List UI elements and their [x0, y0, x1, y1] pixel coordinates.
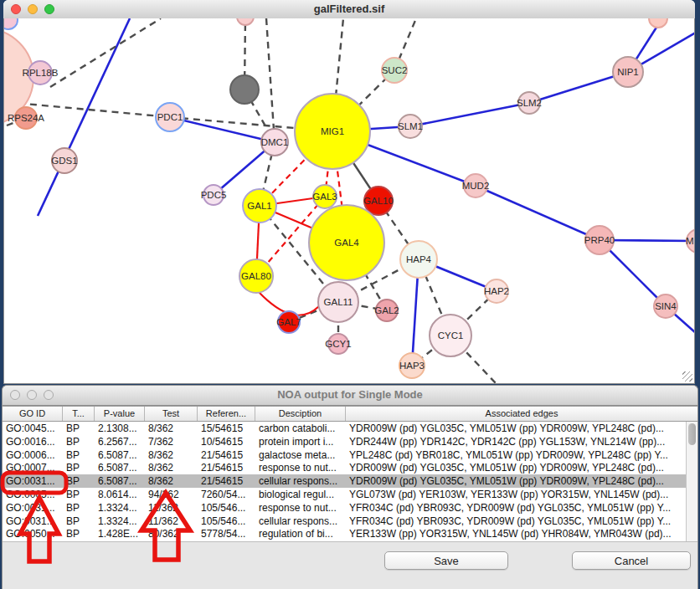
column-header-go-id[interactable]: GO ID	[3, 407, 63, 421]
table-row[interactable]: GO:0006...BP6.5087...8/36221/54615galact…	[3, 448, 697, 462]
table-cell: GO:0006...	[3, 448, 63, 462]
table-cell: 21/54615	[198, 448, 255, 462]
table-cell: BP	[63, 448, 95, 462]
table-scrollbar[interactable]	[686, 422, 697, 541]
node-label-GAL3: GAL3	[312, 192, 337, 202]
graph-window-title: galFiltered.sif	[3, 0, 695, 18]
table-cell: BP	[63, 515, 95, 528]
node-cut-node-topright[interactable]	[649, 18, 667, 28]
node-label-GAL10: GAL10	[363, 196, 394, 206]
resize-grip-icon[interactable]	[682, 371, 692, 382]
table-cell: 11/362	[145, 501, 198, 515]
table-row[interactable]: GO:0065...BP8.0614...94/3627260/54...bio…	[3, 488, 697, 501]
table-cell: protein import i...	[255, 435, 346, 448]
noa-window-title: NOA output for Single Mode	[3, 386, 697, 404]
node-label-GCY1: GCY1	[325, 339, 351, 349]
column-header-desciption[interactable]: Desciption	[255, 407, 346, 421]
table-cell: GO:0007...	[3, 461, 63, 474]
table-cell: 8.0614...	[95, 488, 145, 501]
table-cell: 6.5087...	[95, 461, 145, 474]
column-header-test[interactable]: Test	[145, 407, 198, 421]
table-cell: GO:0031...	[3, 515, 63, 528]
table-cell: regulation of bi...	[255, 527, 346, 540]
node-label-RPL18B: RPL18B	[23, 68, 59, 78]
table-cell: 10/54615	[198, 435, 255, 448]
table-row[interactable]: GO:0045...BP2.1308...8/36215/54615carbon…	[3, 422, 697, 435]
table-cell: 5778/54...	[198, 527, 255, 540]
table-cell: GO:0031...	[3, 501, 63, 515]
table-row[interactable]: GO:0031...BP1.3324...11/362105/546...cel…	[3, 515, 697, 528]
node-label-NIP1: NIP1	[617, 67, 639, 77]
node-label-SUC2: SUC2	[382, 65, 408, 75]
network-graph[interactable]: RPL18BRPS24AGDS1PDC1MIG1DMC1SUC2SLM1SLM2…	[4, 18, 694, 383]
table-cell: GO:0065...	[3, 488, 63, 501]
column-header-associated-edges[interactable]: Associated edges	[346, 407, 697, 421]
node-label-PDC5: PDC5	[201, 190, 227, 200]
table-cell: 15/54615	[198, 422, 255, 435]
table-cell: 1.3324...	[95, 501, 145, 515]
node-label-PRP40: PRP40	[584, 235, 615, 245]
table-row[interactable]: GO:0031...BP6.5087...8/36221/54615cellul…	[3, 474, 697, 488]
network-edge	[410, 103, 529, 126]
node-label-GAL7: GAL7	[276, 317, 301, 327]
column-header-t-[interactable]: T...	[63, 407, 95, 421]
node-label-GDS1: GDS1	[51, 156, 77, 166]
node-label-GAL2: GAL2	[374, 305, 399, 315]
node-label-GAL80: GAL80	[241, 271, 271, 281]
cancel-button[interactable]: Cancel	[572, 551, 691, 570]
table-row[interactable]: GO:0007...BP6.5087...8/36221/54615respon…	[3, 461, 697, 474]
table-cell: cellular respons...	[255, 474, 346, 488]
table-cell: 105/546...	[198, 501, 255, 515]
table-cell: GO:0045...	[3, 422, 63, 435]
table-cell: 94/362	[145, 488, 198, 501]
table-cell: 11/362	[145, 515, 198, 528]
node-label-MSL5: MSL5	[686, 236, 694, 246]
table-cell: 1.3324...	[95, 515, 145, 528]
table-cell: carbon cataboli...	[255, 422, 346, 435]
table-cell: YDR009W (pd) YGL035C, YML051W (pp) YDR00…	[346, 461, 697, 474]
table-cell: YFR034C (pd) YBR093C, YDR009W (pd) YGL03…	[346, 501, 697, 515]
node-label-GAL11: GAL11	[324, 297, 353, 307]
table-cell: 80/362	[145, 527, 198, 540]
graph-window-titlebar[interactable]: galFiltered.sif	[3, 0, 695, 19]
table-row[interactable]: GO:0050...BP1.428E...80/3625778/54...reg…	[3, 527, 697, 540]
table-cell: BP	[63, 435, 95, 448]
column-header-p-value[interactable]: P-value	[95, 407, 145, 421]
table-cell: YFR034C (pd) YBR093C, YDR009W (pd) YGL03…	[346, 515, 697, 528]
node-label-HAP4: HAP4	[406, 254, 432, 264]
noa-window-titlebar[interactable]: NOA output for Single Mode	[3, 386, 697, 406]
table-cell: 8/362	[145, 461, 198, 474]
table-cell: BP	[63, 501, 95, 515]
network-canvas[interactable]: RPL18BRPS24AGDS1PDC1MIG1DMC1SUC2SLM1SLM2…	[3, 18, 695, 384]
column-header-referen-[interactable]: Referen...	[198, 407, 255, 421]
table-cell: biological regul...	[255, 488, 346, 501]
network-edge	[50, 18, 161, 87]
table-cell: galactose meta...	[255, 448, 346, 462]
graph-window: galFiltered.sif RPL18BRPS24AGDS1PDC1MIG1…	[3, 0, 695, 384]
noa-output-window: NOA output for Single Mode GO IDT...P-va…	[2, 385, 698, 589]
table-cell: 8/362	[145, 474, 198, 488]
node-cut-node-top[interactable]	[237, 18, 254, 25]
table-cell: YDR009W (pd) YGL035C, YML051W (pp) YDR00…	[346, 474, 697, 488]
table-cell: response to nut...	[255, 461, 346, 474]
node-gray-node[interactable]	[230, 75, 259, 104]
node-label-GAL1: GAL1	[247, 201, 271, 211]
table-cell: GO:0050...	[3, 527, 63, 540]
table-cell: BP	[63, 527, 95, 540]
table-cell: YDR244W (pp) YDR142C, YDR142C (pp) YGL15…	[346, 435, 697, 448]
table-row[interactable]: GO:0016...BP6.2567...7/36210/54615protei…	[3, 435, 697, 448]
node-label-HAP2: HAP2	[484, 286, 509, 296]
node-cut-node-topleft[interactable]	[4, 18, 18, 29]
table-cell: 1.428E...	[95, 527, 145, 540]
table-cell: 8/362	[145, 422, 198, 435]
table-cell: 2.1308...	[95, 422, 145, 435]
table-row[interactable]: GO:0031...BP1.3324...11/362105/546...res…	[3, 501, 697, 515]
noa-table: GO:0045...BP2.1308...8/36215/54615carbon…	[3, 422, 697, 542]
scrollbar-thumb[interactable]	[688, 423, 696, 445]
table-cell: 6.5087...	[95, 474, 145, 488]
table-cell: 7260/54...	[198, 488, 255, 501]
save-button[interactable]: Save	[384, 551, 508, 570]
table-cell: YER133W (pp) YOR315W, YNL145W (pd) YHR08…	[346, 527, 697, 540]
table-cell: cellular respons...	[255, 515, 346, 528]
network-edge	[38, 18, 130, 216]
